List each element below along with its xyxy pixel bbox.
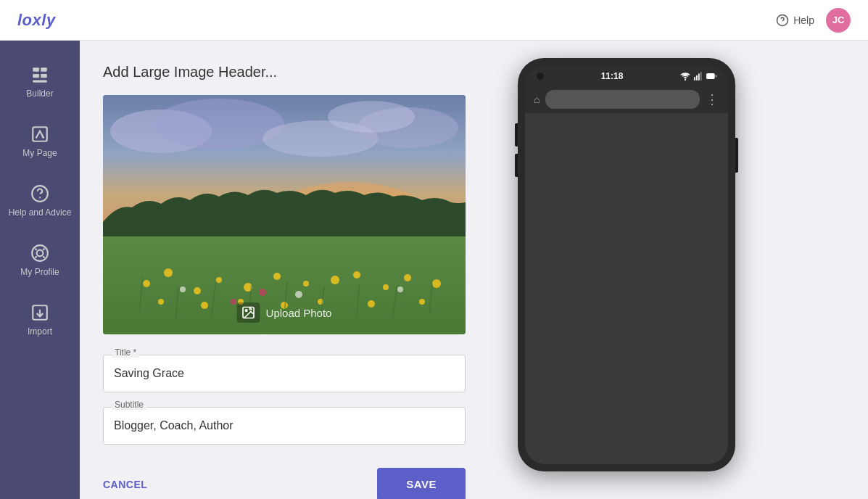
meadow-image xyxy=(103,95,466,334)
form-heading: Add Large Image Header... xyxy=(103,64,466,81)
profile-icon xyxy=(30,244,49,263)
subtitle-field-wrapper: Subtitle xyxy=(103,407,466,445)
upload-icon xyxy=(237,302,260,323)
phone-time: 11:18 xyxy=(601,71,624,81)
sidebar-mypage-label: My Page xyxy=(22,148,57,158)
cancel-button[interactable]: CANCEL xyxy=(103,479,147,490)
svg-point-32 xyxy=(432,279,441,288)
svg-rect-58 xyxy=(696,75,698,81)
save-button[interactable]: SAVE xyxy=(377,468,466,499)
phone-page-content xyxy=(525,113,728,464)
battery-icon xyxy=(706,71,716,81)
help-label: Help xyxy=(793,15,814,26)
svg-point-22 xyxy=(164,268,173,277)
sidebar-help-label: Help and Advice xyxy=(9,207,72,218)
svg-point-29 xyxy=(353,271,360,279)
phone-status-icons xyxy=(680,71,716,81)
sidebar-profile-label: My Profile xyxy=(20,267,59,277)
svg-point-56 xyxy=(685,79,685,80)
svg-rect-59 xyxy=(698,74,700,81)
phone-home-icon: ⌂ xyxy=(534,94,540,105)
button-row: CANCEL SAVE xyxy=(103,468,466,499)
svg-point-24 xyxy=(216,277,222,283)
signal-icon xyxy=(693,71,703,81)
help-link[interactable]: Help xyxy=(776,14,814,27)
svg-rect-63 xyxy=(708,75,713,78)
form-panel: Add Large Image Header... xyxy=(80,41,489,499)
sidebar-item-help[interactable]: Help and Advice xyxy=(0,171,80,231)
svg-point-11 xyxy=(37,250,44,257)
phone-addressbar: ⌂ ⋮ xyxy=(525,86,728,113)
title-input[interactable] xyxy=(103,355,466,392)
user-avatar[interactable]: JC xyxy=(826,8,851,33)
phone-panel: 11:18 xyxy=(489,41,764,499)
svg-point-40 xyxy=(259,289,266,296)
svg-point-23 xyxy=(194,287,201,294)
question-icon xyxy=(776,14,789,27)
svg-rect-6 xyxy=(33,81,47,83)
avatar-initials: JC xyxy=(832,15,845,25)
import-icon xyxy=(30,303,49,322)
top-nav: loxly Help JC xyxy=(0,0,868,41)
svg-rect-5 xyxy=(41,74,47,78)
svg-rect-4 xyxy=(33,74,39,78)
sidebar-item-import[interactable]: Import xyxy=(0,290,80,350)
upload-photo-button[interactable]: Upload Photo xyxy=(237,302,332,323)
svg-rect-57 xyxy=(694,77,695,81)
phone-volume-down-button xyxy=(515,154,518,177)
svg-rect-3 xyxy=(41,67,47,71)
subtitle-field-label: Subtitle xyxy=(112,400,146,410)
phone-statusbar: 11:18 xyxy=(525,65,728,86)
sidebar-item-mypage[interactable]: My Page xyxy=(0,112,80,171)
phone-url-bar xyxy=(545,90,700,109)
image-upload-area[interactable]: Upload Photo xyxy=(103,95,466,334)
subtitle-input[interactable] xyxy=(103,407,466,445)
sidebar-import-label: Import xyxy=(28,326,52,337)
phone-menu-dots[interactable]: ⋮ xyxy=(706,91,719,107)
svg-point-41 xyxy=(231,299,236,305)
svg-rect-7 xyxy=(33,127,47,141)
phone-camera xyxy=(537,73,544,80)
svg-point-38 xyxy=(368,300,375,308)
svg-point-27 xyxy=(303,281,309,286)
image-preview xyxy=(103,95,466,334)
svg-point-21 xyxy=(143,280,150,287)
builder-icon xyxy=(30,65,49,84)
phone-mockup: 11:18 xyxy=(518,58,735,471)
svg-point-31 xyxy=(404,274,411,281)
sidebar-item-profile[interactable]: My Profile xyxy=(0,231,80,290)
sidebar-builder-label: Builder xyxy=(26,88,53,99)
title-field-wrapper: Title * xyxy=(103,355,466,392)
title-field-label: Title * xyxy=(112,347,139,358)
nav-right: Help JC xyxy=(776,8,851,33)
wifi-icon xyxy=(680,71,690,81)
sidebar-item-builder[interactable]: Builder xyxy=(0,52,80,112)
svg-point-39 xyxy=(419,299,425,305)
svg-point-9 xyxy=(39,197,41,198)
svg-point-34 xyxy=(201,302,208,309)
svg-point-26 xyxy=(273,273,281,280)
phone-screen: 11:18 xyxy=(525,65,728,464)
app-logo: loxly xyxy=(17,11,56,30)
sidebar: Builder My Page Help and Advice xyxy=(0,41,80,499)
svg-point-10 xyxy=(32,245,48,261)
svg-point-28 xyxy=(331,276,339,284)
svg-point-55 xyxy=(245,310,247,312)
svg-point-33 xyxy=(158,299,164,305)
svg-point-44 xyxy=(397,286,403,292)
svg-rect-2 xyxy=(33,67,39,71)
svg-rect-60 xyxy=(700,72,702,81)
svg-point-43 xyxy=(295,291,302,298)
svg-point-42 xyxy=(180,286,186,292)
upload-photo-label: Upload Photo xyxy=(266,307,332,319)
mypage-icon xyxy=(30,125,49,144)
main-layout: Builder My Page Help and Advice xyxy=(0,41,868,499)
svg-point-18 xyxy=(328,101,415,133)
phone-volume-up-button xyxy=(515,123,518,147)
main-content: Add Large Image Header... xyxy=(80,41,868,499)
help-sidebar-icon xyxy=(30,184,49,203)
phone-power-button xyxy=(735,138,738,173)
svg-point-30 xyxy=(383,284,389,290)
